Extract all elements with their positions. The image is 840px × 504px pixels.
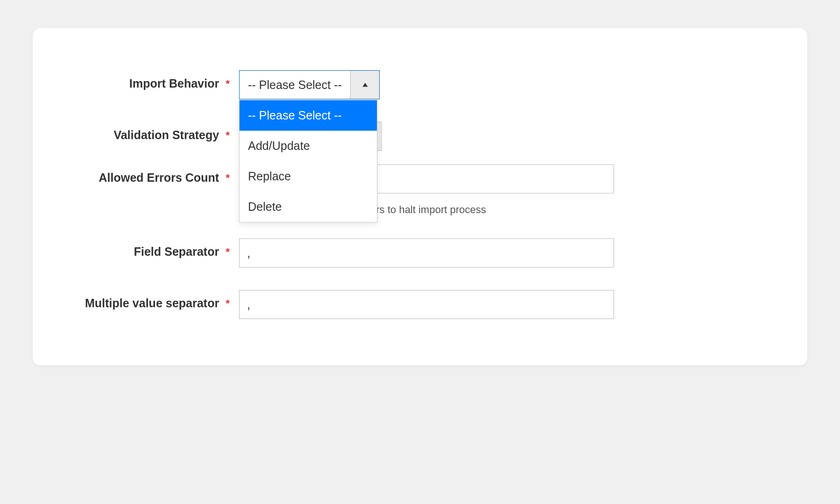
row-multiple-value-separator: Multiple value separator * — [75, 290, 765, 319]
option-please-select[interactable]: -- Please Select -- — [240, 100, 377, 131]
label-allowed-errors: Allowed Errors Count * — [75, 164, 239, 185]
import-behavior-select[interactable]: -- Please Select -- -- Please Select -- … — [239, 70, 380, 99]
row-import-behavior: Import Behavior * -- Please Select -- --… — [75, 70, 765, 99]
row-validation-strategy: Validation Strategy * — [75, 122, 765, 142]
field-import-behavior: -- Please Select -- -- Please Select -- … — [239, 70, 614, 99]
option-delete[interactable]: Delete — [240, 192, 377, 222]
svg-marker-0 — [362, 83, 368, 87]
option-add-update[interactable]: Add/Update — [240, 131, 377, 161]
required-mark: * — [225, 129, 230, 141]
required-mark: * — [225, 297, 230, 310]
field-separator-input[interactable] — [239, 238, 614, 267]
label-text: Multiple value separator — [85, 296, 219, 310]
form-card: Import Behavior * -- Please Select -- --… — [33, 28, 807, 365]
label-text: Allowed Errors Count — [98, 171, 219, 185]
field-multiple-value-separator — [239, 290, 614, 319]
required-mark: * — [225, 246, 230, 258]
row-allowed-errors: Allowed Errors Count * Please specify nu… — [75, 164, 765, 238]
chevron-up-icon — [362, 82, 368, 88]
label-multiple-value-separator: Multiple value separator * — [75, 290, 239, 310]
label-field-separator: Field Separator * — [75, 238, 239, 259]
option-replace[interactable]: Replace — [240, 161, 377, 192]
required-mark: * — [225, 172, 230, 184]
multiple-value-separator-input[interactable] — [239, 290, 614, 319]
label-text: Import Behavior — [129, 77, 219, 90]
field-field-separator — [239, 238, 614, 267]
label-text: Validation Strategy — [113, 128, 219, 142]
required-mark: * — [225, 78, 230, 90]
row-field-separator: Field Separator * — [75, 238, 765, 267]
label-import-behavior: Import Behavior * — [75, 70, 239, 90]
select-arrow-button[interactable] — [350, 71, 379, 99]
label-text: Field Separator — [134, 245, 219, 259]
label-validation-strategy: Validation Strategy * — [75, 122, 239, 142]
select-display-text: -- Please Select -- — [240, 71, 350, 99]
import-behavior-dropdown: -- Please Select -- Add/Update Replace D… — [239, 100, 377, 222]
